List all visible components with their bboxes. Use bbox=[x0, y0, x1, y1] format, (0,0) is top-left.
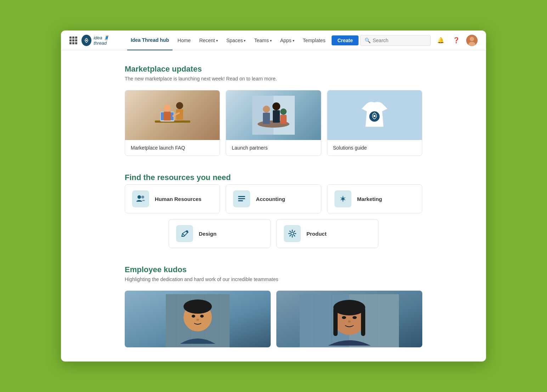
card-faq-label: Marketplace launch FAQ bbox=[125, 140, 220, 156]
card-solutions-image bbox=[327, 90, 422, 140]
card-partners-label: Launch partners bbox=[226, 140, 321, 156]
nav-idea-thread-hub[interactable]: Idea Thread hub bbox=[127, 30, 173, 50]
svg-point-24 bbox=[137, 195, 141, 199]
nav-home[interactable]: Home bbox=[174, 30, 194, 50]
hr-icon bbox=[132, 190, 149, 207]
resource-card-accounting[interactable]: Accounting bbox=[226, 184, 321, 213]
kudos-cards bbox=[125, 291, 422, 347]
svg-point-29 bbox=[186, 230, 188, 233]
kudos-image-1 bbox=[125, 291, 271, 347]
card-marketplace-faq[interactable]: Marketplace launch FAQ bbox=[125, 90, 220, 156]
resource-cards-row-2: Design Product bbox=[125, 219, 422, 248]
browser-window: idea 🧵 thread Idea Thread hub Home Recen… bbox=[61, 30, 486, 362]
card-solutions-label: Solutions guide bbox=[327, 140, 422, 156]
svg-point-1 bbox=[86, 40, 87, 41]
kudos-card-2[interactable] bbox=[276, 291, 422, 347]
resource-cards-row-1: Human Resources Accounting bbox=[125, 184, 422, 213]
resources-title: Find the resources you need bbox=[125, 173, 422, 182]
svg-rect-9 bbox=[164, 112, 171, 121]
kudos-subtitle: Highlighting the dedication and hard wor… bbox=[125, 276, 422, 282]
resources-section: Find the resources you need Human Resour… bbox=[125, 173, 422, 248]
kudos-image-2 bbox=[276, 291, 422, 347]
grid-menu-icon[interactable] bbox=[69, 37, 77, 44]
card-faq-image bbox=[125, 90, 220, 140]
resource-card-design[interactable]: Design bbox=[169, 219, 271, 248]
product-label: Product bbox=[306, 231, 327, 237]
logo-text: idea 🧵 thread bbox=[94, 35, 120, 46]
svg-rect-19 bbox=[263, 113, 270, 124]
spaces-chevron-icon: ▾ bbox=[244, 39, 246, 43]
svg-point-54 bbox=[348, 320, 351, 323]
svg-point-37 bbox=[184, 299, 212, 314]
navbar: idea 🧵 thread Idea Thread hub Home Recen… bbox=[61, 30, 486, 50]
nav-spaces[interactable]: Spaces ▾ bbox=[223, 30, 249, 50]
svg-rect-26 bbox=[238, 196, 245, 197]
marketplace-title: Marketplace updates bbox=[125, 65, 422, 74]
marketing-label: Marketing bbox=[357, 196, 382, 202]
design-label: Design bbox=[199, 231, 216, 237]
create-button[interactable]: Create bbox=[332, 35, 359, 45]
svg-point-23 bbox=[373, 115, 376, 117]
resource-card-marketing[interactable]: Marketing bbox=[327, 184, 422, 213]
design-icon bbox=[176, 225, 193, 242]
resource-card-product[interactable]: Product bbox=[276, 219, 378, 248]
svg-point-38 bbox=[192, 315, 195, 318]
accounting-icon bbox=[233, 190, 250, 207]
resource-card-hr[interactable]: Human Resources bbox=[125, 184, 220, 213]
svg-point-18 bbox=[263, 106, 270, 113]
search-input[interactable] bbox=[373, 38, 426, 43]
user-avatar[interactable] bbox=[466, 35, 478, 46]
nav-templates[interactable]: Templates bbox=[299, 30, 329, 50]
product-icon bbox=[284, 225, 301, 242]
svg-point-39 bbox=[200, 315, 204, 318]
nav-right-area: 🔍 🔔 ❓ bbox=[360, 35, 478, 46]
svg-rect-28 bbox=[238, 200, 243, 201]
nav-apps[interactable]: Apps ▾ bbox=[277, 30, 298, 50]
logo[interactable]: idea 🧵 thread bbox=[81, 35, 120, 46]
marketplace-section: Marketplace updates The new marketplace … bbox=[125, 65, 422, 156]
nav-teams[interactable]: Teams ▾ bbox=[250, 30, 275, 50]
svg-point-30 bbox=[291, 232, 294, 235]
apps-chevron-icon: ▾ bbox=[293, 39, 294, 43]
marketing-icon bbox=[334, 190, 351, 207]
svg-point-53 bbox=[353, 316, 357, 319]
svg-point-10 bbox=[176, 102, 183, 109]
recent-chevron-icon: ▾ bbox=[216, 39, 218, 43]
kudos-title: Employee kudos bbox=[125, 265, 422, 274]
card-launch-partners[interactable]: Launch partners bbox=[226, 90, 321, 156]
svg-point-16 bbox=[272, 102, 280, 110]
svg-rect-27 bbox=[238, 198, 245, 199]
logo-icon bbox=[81, 35, 91, 46]
hr-label: Human Resources bbox=[155, 196, 202, 202]
marketplace-cards: Marketplace launch FAQ bbox=[125, 90, 422, 156]
svg-point-40 bbox=[196, 319, 199, 321]
svg-rect-51 bbox=[361, 308, 365, 336]
teams-chevron-icon: ▾ bbox=[270, 39, 272, 43]
svg-point-49 bbox=[333, 300, 365, 315]
kudos-card-1[interactable] bbox=[125, 291, 271, 347]
search-icon: 🔍 bbox=[365, 38, 371, 43]
search-box[interactable]: 🔍 bbox=[360, 35, 431, 46]
svg-point-8 bbox=[164, 105, 171, 112]
svg-rect-21 bbox=[280, 115, 287, 124]
svg-rect-50 bbox=[333, 308, 338, 336]
svg-rect-17 bbox=[273, 110, 280, 123]
card-solutions-guide[interactable]: Solutions guide bbox=[327, 90, 422, 156]
nav-recent[interactable]: Recent ▾ bbox=[196, 30, 221, 50]
svg-point-20 bbox=[280, 108, 287, 115]
kudos-section: Employee kudos Highlighting the dedicati… bbox=[125, 265, 422, 347]
svg-point-52 bbox=[342, 316, 346, 319]
card-partners-image bbox=[226, 90, 321, 140]
main-content: Marketplace updates The new marketplace … bbox=[61, 50, 486, 362]
help-icon[interactable]: ❓ bbox=[451, 35, 462, 46]
marketplace-subtitle: The new marketplace is launching next we… bbox=[125, 76, 422, 82]
accounting-label: Accounting bbox=[256, 196, 285, 202]
svg-point-3 bbox=[470, 37, 474, 41]
notification-bell-icon[interactable]: 🔔 bbox=[435, 35, 446, 46]
svg-point-25 bbox=[141, 196, 144, 198]
